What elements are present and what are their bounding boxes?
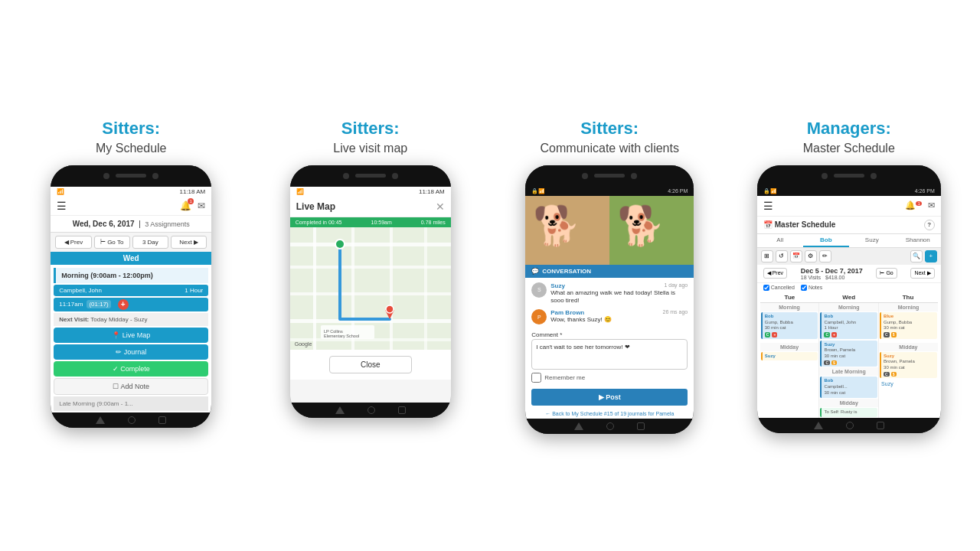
live-map-btn-1[interactable]: 📍 Live Map — [54, 328, 208, 343]
recents-btn-3[interactable] — [637, 422, 645, 430]
prev-btn-4[interactable]: ◀ Prev — [763, 268, 787, 279]
filter-tab-suzy[interactable]: Suzy — [849, 234, 895, 247]
status-icons-1: 📶 — [57, 188, 64, 195]
home-btn-4[interactable] — [846, 422, 854, 429]
post-button[interactable]: ▶ Post — [531, 389, 688, 406]
goto-btn-4[interactable]: ⊢ Go — [876, 268, 897, 279]
mail-icon-1[interactable]: ✉ — [198, 201, 205, 211]
event-name-wed-2: Suzy — [824, 342, 875, 348]
section-title-4: Managers: Master Schedule — [803, 117, 895, 158]
next-button-1[interactable]: Next ▶ — [171, 236, 207, 249]
day-tab-1: Wed — [51, 252, 211, 265]
toolbar-search[interactable]: 🔍 — [910, 250, 923, 262]
visits-count: 18 Visits — [801, 275, 821, 280]
event-thu-midday[interactable]: Suzy Brown, Pamela 30 min cat C $ — [880, 352, 937, 379]
filter-tab-shannon[interactable]: Shannon — [895, 234, 941, 247]
col-header-thu: Thu — [878, 292, 937, 303]
event-name-wed-3: Bob — [824, 378, 875, 384]
event-detail-thu-4: 30 min cat — [884, 365, 935, 371]
remember-checkbox[interactable] — [531, 373, 541, 383]
event-thu-morning[interactable]: Blue Gump, Bubba 30 min cat C $ — [880, 312, 937, 339]
toolbar-btn-4[interactable]: ⚙ — [805, 250, 817, 262]
back-btn-3[interactable] — [574, 422, 583, 430]
top-bar-speaker-4 — [834, 174, 864, 178]
next-btn-4[interactable]: Next ▶ — [910, 268, 934, 279]
home-btn-2[interactable] — [368, 406, 375, 414]
notification-badge-1: 1 — [188, 198, 194, 204]
time-midday-wed: Midday — [819, 399, 878, 407]
home-btn-3[interactable] — [606, 422, 614, 430]
hamburger-icon-1[interactable]: ☰ — [57, 200, 67, 212]
complete-btn-1[interactable]: ✓ Complete — [54, 361, 208, 377]
back-btn-2[interactable] — [335, 406, 345, 414]
event-wed-morning-1[interactable]: Bob Campbell, John 1 Hour C + — [820, 312, 877, 339]
thu-suzy-bottom: Suzy — [879, 380, 938, 388]
status-bar-3: 🔒📶 4:26 PM — [525, 187, 694, 196]
status-bar-2: 📶 11:18 AM — [290, 187, 451, 197]
toolbar-btn-2[interactable]: ↺ — [776, 250, 788, 262]
event-tue-midday[interactable]: Suzy — [761, 352, 818, 361]
home-btn-1[interactable] — [128, 416, 136, 424]
back-link[interactable]: ← Back to My Schedule #15 of 19 journals… — [525, 409, 694, 419]
map-title: Live Map — [296, 201, 335, 212]
msg-time-1: 1 day ago — [665, 282, 688, 289]
message-row-1: S Suzy 1 day ago What an amazing walk we… — [531, 282, 688, 305]
toolbar-active[interactable]: + — [925, 250, 937, 262]
title-top-1: Sitters: — [96, 117, 167, 141]
back-btn-1[interactable] — [96, 416, 105, 424]
goto-button-1[interactable]: ⊢ Go To — [94, 236, 130, 249]
filter-tab-all[interactable]: All — [757, 234, 803, 247]
recents-btn-4[interactable] — [877, 422, 884, 429]
recents-btn-1[interactable] — [158, 416, 166, 424]
master-title-label: 📅 Master Schedule — [763, 220, 835, 229]
title-top-2: Sitters: — [333, 117, 407, 141]
s4-header: ☰ 🔔1 ✉ — [757, 196, 941, 217]
event-tue-morning[interactable]: Bob Gump, Bubba 30 min cat C + — [761, 312, 818, 339]
mail-icon-4[interactable]: ✉ — [928, 201, 935, 210]
cancelled-checkbox[interactable]: Cancelled — [763, 285, 795, 291]
event-detail-tue-2: 30 min cat — [765, 325, 816, 331]
close-x-icon[interactable]: ✕ — [436, 201, 445, 213]
bell-icon-4[interactable]: 🔔1 — [905, 201, 921, 210]
calendar-icon: 📅 — [763, 220, 773, 229]
notes-checkbox[interactable]: Notes — [801, 285, 822, 291]
date-bar-1: Wed, Dec 6, 2017 | 3 Assignments — [51, 216, 211, 233]
event-wed-midday[interactable]: To Self: Rusty is — [820, 408, 877, 417]
col-header-tue: Tue — [760, 292, 819, 303]
section-title-2: Sitters: Live visit map — [333, 117, 407, 158]
note-btn-1[interactable]: ☐ Add Note — [54, 378, 208, 395]
back-btn-4[interactable] — [814, 422, 823, 429]
shift-block-1: Morning (9:00am - 12:00pm) — [54, 268, 208, 283]
phone-top-bar-4 — [757, 165, 941, 187]
shift-title-1: Morning (9:00am - 12:00pm) — [61, 272, 203, 279]
toolbar-btn-1[interactable]: ⊞ — [761, 250, 773, 262]
bell-icon-1[interactable]: 🔔1 — [180, 201, 191, 211]
remember-row: Remember me — [525, 370, 694, 386]
svg-rect-8 — [390, 227, 393, 350]
hamburger-icon-4[interactable]: ☰ — [763, 200, 773, 212]
col-tue: Morning Bob Gump, Bubba 30 min cat C + — [760, 303, 820, 418]
add-btn-1[interactable]: + — [118, 299, 129, 310]
map-bottom-pad — [290, 380, 451, 403]
prev-button-1[interactable]: ◀ Prev — [55, 236, 91, 249]
recents-btn-2[interactable] — [398, 406, 406, 414]
date-stats: 18 Visits $418.00 — [801, 275, 863, 280]
toolbar-btn-3[interactable]: 📅 — [790, 250, 802, 262]
threeday-button-1[interactable]: 3 Day — [132, 236, 168, 249]
main-container: Sitters: My Schedule 📶 11:18 AM ☰ 🔔1 — [0, 102, 980, 450]
help-icon[interactable]: ? — [924, 220, 935, 230]
event-name-tue-2: Suzy — [765, 354, 816, 360]
comment-box[interactable]: I can't wait to see her tomorrow! ❤ — [531, 339, 688, 370]
map-area[interactable]: LP Collins Elementary School Google — [290, 227, 451, 350]
close-map-button[interactable]: Close — [329, 356, 412, 373]
event-wed-morning-2[interactable]: Suzy Brown, Pamela 30 min cat C $ — [820, 341, 877, 367]
toolbar-btn-5[interactable]: ✏ — [819, 250, 831, 262]
time-morning-tue: Morning — [760, 303, 819, 311]
filter-tab-bob[interactable]: Bob — [803, 234, 849, 247]
client-row-1[interactable]: Campbell, John 1 Hour — [54, 285, 208, 296]
phone-frame-2: 📶 11:18 AM Live Map ✕ Completed in 00:45… — [290, 165, 451, 418]
time-morning-thu: Morning — [879, 303, 938, 311]
phone-bottom-bar-2 — [290, 403, 451, 418]
event-wed-late-morning[interactable]: Bob Campbell... 30 min cat — [820, 377, 877, 397]
journal-btn-1[interactable]: ✏ Journal — [54, 344, 208, 360]
